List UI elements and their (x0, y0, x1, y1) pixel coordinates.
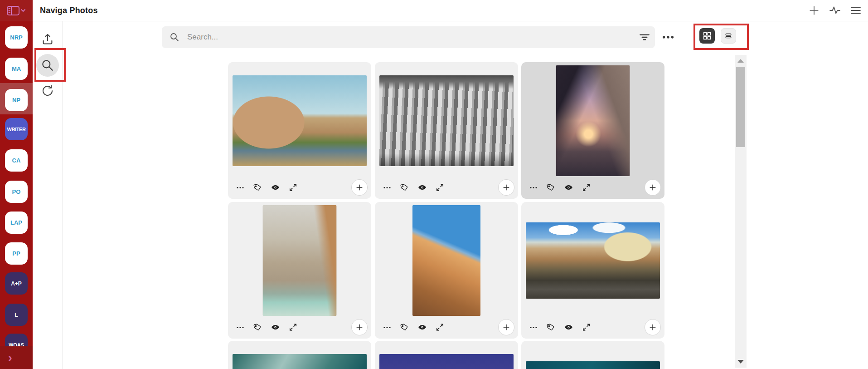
card-add-button[interactable] (498, 179, 514, 196)
card-add-button[interactable] (645, 179, 661, 196)
ellipsis-icon (661, 30, 675, 44)
refresh-button[interactable] (41, 84, 54, 98)
hamburger-icon (850, 5, 862, 16)
sidebar-item-np[interactable]: NP (5, 89, 28, 111)
filter-button[interactable] (639, 31, 650, 43)
photo-card (521, 341, 664, 369)
plus-icon (808, 5, 820, 16)
list-view-button[interactable] (721, 28, 736, 44)
card-tag-button[interactable] (547, 183, 555, 192)
sidebar-item-ca[interactable]: CA (5, 149, 28, 172)
photo-night-dome[interactable] (379, 354, 514, 369)
sidebar-item-lap[interactable]: LAP (5, 212, 28, 234)
sidebar-item-po[interactable]: PO (5, 181, 28, 203)
photo-card (521, 202, 664, 339)
photo-card-selected (521, 62, 664, 199)
sidebar-item-ma[interactable]: MA (5, 58, 28, 80)
photo-colosseum-blue-sky[interactable] (412, 205, 480, 316)
list-view-icon (724, 31, 733, 40)
photo-colosseum-sunset[interactable] (556, 65, 630, 176)
app-switcher-icon (6, 5, 26, 16)
card-more-button[interactable] (236, 323, 244, 331)
card-preview-button[interactable] (271, 183, 280, 192)
photo-rome-cityscape[interactable] (526, 222, 660, 299)
card-more-button[interactable] (236, 183, 244, 192)
search-icon (169, 32, 180, 43)
page-title: Naviga Photos (40, 0, 98, 21)
card-actions (383, 323, 444, 332)
sidebar-item-l[interactable]: L (5, 304, 28, 326)
scroll-up-arrow[interactable] (737, 59, 744, 63)
add-button[interactable] (808, 5, 820, 16)
photo-card (375, 62, 518, 199)
refresh-icon (41, 84, 54, 98)
activity-button[interactable] (829, 5, 841, 16)
card-expand-button[interactable] (582, 323, 591, 332)
card-more-button[interactable] (383, 323, 391, 331)
photo-card (228, 202, 371, 339)
card-expand-button[interactable] (289, 323, 297, 332)
photo-card (375, 202, 518, 339)
app-sidebar: NRP MA NP WRITER CA PO LAP PP A+P L WOAS… (0, 21, 33, 369)
sidebar-item-ap[interactable]: A+P (5, 272, 28, 295)
card-expand-button[interactable] (289, 183, 297, 192)
app-switcher-button[interactable] (0, 0, 33, 21)
top-bar: Naviga Photos (0, 0, 868, 21)
app-window: Naviga Photos NRP MA NP WRITER (0, 0, 868, 369)
topbar-actions (808, 0, 862, 21)
card-tag-button[interactable] (400, 323, 409, 332)
card-more-button[interactable] (529, 323, 538, 331)
menu-button[interactable] (850, 5, 862, 16)
photo-card (228, 341, 371, 369)
card-more-button[interactable] (529, 183, 538, 192)
card-actions (529, 323, 591, 332)
chevron-right-icon: › (0, 352, 12, 364)
card-expand-button[interactable] (436, 323, 444, 332)
card-tag-button[interactable] (253, 183, 262, 192)
card-preview-button[interactable] (564, 183, 573, 192)
card-actions (529, 183, 591, 192)
rail-search-button[interactable] (36, 54, 59, 77)
search-icon (40, 58, 55, 73)
photo-card (375, 341, 518, 369)
photo-colosseum-day[interactable] (233, 75, 367, 166)
card-add-button[interactable] (498, 319, 514, 335)
upload-button[interactable] (41, 32, 54, 46)
scrollbar[interactable] (735, 55, 747, 368)
scrollbar-thumb[interactable] (736, 67, 745, 147)
sidebar-item-writer[interactable]: WRITER (5, 118, 28, 140)
card-tag-button[interactable] (400, 183, 409, 192)
card-add-button[interactable] (645, 319, 661, 335)
grid-view-button[interactable] (699, 28, 715, 44)
scroll-down-arrow[interactable] (737, 360, 744, 364)
search-input[interactable] (187, 33, 639, 42)
sidebar-item-nrp[interactable]: NRP (5, 26, 28, 49)
card-tag-button[interactable] (253, 323, 262, 332)
card-preview-button[interactable] (418, 183, 427, 192)
card-expand-button[interactable] (436, 183, 444, 192)
photo-dark-teal-sea[interactable] (526, 361, 660, 369)
card-preview-button[interactable] (564, 323, 573, 332)
grid-view-icon (703, 31, 712, 40)
card-add-button[interactable] (351, 179, 368, 196)
photo-trevi-fountain[interactable] (263, 205, 337, 316)
tool-rail (33, 21, 63, 369)
sidebar-item-pp[interactable]: PP (5, 242, 28, 265)
card-more-button[interactable] (383, 183, 391, 192)
photo-teal-storm-clouds[interactable] (233, 354, 367, 369)
card-expand-button[interactable] (582, 183, 591, 192)
search-bar (162, 26, 655, 48)
sidebar-expand-button[interactable]: › (0, 346, 33, 369)
activity-icon (829, 5, 841, 16)
photo-card (228, 62, 371, 199)
card-actions (236, 323, 297, 332)
card-preview-button[interactable] (418, 323, 427, 332)
photo-st-peters-colonnade-bw[interactable] (379, 75, 514, 166)
card-actions (236, 183, 297, 192)
card-add-button[interactable] (351, 319, 368, 335)
filter-icon (639, 31, 650, 43)
card-preview-button[interactable] (271, 323, 280, 332)
more-options-button[interactable] (661, 30, 675, 44)
upload-icon (41, 32, 54, 46)
card-tag-button[interactable] (547, 323, 555, 332)
